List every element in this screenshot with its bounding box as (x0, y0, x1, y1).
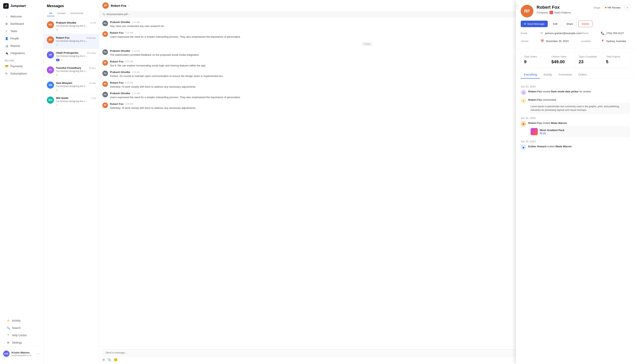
calendar-icon: 📅 (540, 40, 544, 43)
tab-unresolved[interactable]: Unresolved (68, 10, 86, 16)
invite-icon: ◆ (521, 144, 526, 150)
sidebar-item-label: People (10, 37, 19, 40)
message-time: 5:53 AM (132, 50, 140, 52)
message-time: 6:05 AM (125, 82, 133, 84)
sidebar-item-reports[interactable]: 📊 Reports (2, 42, 42, 49)
sender-name: Sam Bhayani (56, 82, 72, 84)
activity-body: Robert Fox commented Lorem ipsum is plac… (528, 98, 630, 114)
list-item[interactable]: PG Prakash Ghodke 12:35 I've finished de… (44, 19, 99, 34)
avatar: RF (102, 31, 108, 37)
list-item[interactable]: SB Sam Bhayani 14 Sep I've finished desi… (44, 79, 99, 94)
move-icon: ◎ (521, 90, 526, 95)
sidebar-item-label: Settings (12, 341, 22, 344)
sidebar-item-tasks[interactable]: ✓ Tasks (2, 28, 42, 35)
stage-badge[interactable]: HR Review (602, 5, 623, 10)
profile-panel: ✕ RF Robert Fox Company: SaaS Patterns S… (516, 0, 635, 364)
phone-icon: 📞 (601, 32, 604, 35)
share-button[interactable]: Share (563, 20, 576, 27)
emoji-add-button[interactable]: ⊕ (102, 358, 105, 362)
list-item[interactable]: TC Towsiful Chowdhury 25 Nov I've finish… (44, 64, 99, 79)
date-divider: Today (361, 42, 373, 46)
message-content: Towsiful Chowdhury 25 Nov I've finished … (56, 66, 96, 76)
sidebar-item-search[interactable]: 🔍 Search (3, 324, 40, 332)
list-item[interactable]: VP Vitalii Prokopenko Thursday I've fini… (44, 49, 99, 64)
list-item[interactable]: WS Will Smith 3 Jul I've finished design… (44, 94, 99, 109)
profile-stage: Stage: HR Review ⤢ (593, 5, 630, 10)
activity-item: ◎ Robert Fox moved Dark mode date picker… (521, 90, 630, 95)
send-message-button[interactable]: ✉ Send Message (521, 20, 548, 27)
activity-date: Jun 20, 2023 (521, 140, 630, 143)
badge-check-icon: ✓ (56, 88, 58, 92)
sidebar-item-label: Activity (12, 319, 21, 322)
product-image (531, 128, 538, 135)
stat-tasks-completed: Tasks Completed 23 (575, 52, 603, 68)
email-value: jackson.graham@example.com (545, 32, 581, 35)
sidebar-item-dashboard[interactable]: ⊞ Dashboard (2, 20, 42, 27)
activity-item: ◆ Robert Fox invited Wade Warren Mesh Gr… (521, 121, 630, 138)
list-item[interactable]: RF Robert Fox Yesterday I've finished de… (44, 34, 99, 49)
sidebar-item-label: Tasks (10, 30, 18, 33)
sidebar-item-help[interactable]: ? Help Centre (3, 332, 40, 339)
attach-button[interactable]: 📎 (107, 358, 111, 362)
sender-name: Prakash Ghodke (110, 92, 130, 95)
more-button[interactable]: ··· (36, 351, 40, 356)
avatar: PG (102, 49, 108, 55)
delete-button[interactable]: Delete (578, 20, 593, 27)
stage-value: HR Review (608, 6, 620, 9)
sidebar-item-welcome[interactable]: ○ Welcome (2, 13, 42, 20)
joined-label: Joined (521, 40, 539, 43)
tab-orders[interactable]: Orders (575, 71, 590, 78)
stat-total-projects: Total Projects 5 (603, 52, 630, 68)
product-info: Mesh Gradient Pack $9.99 (540, 129, 564, 135)
stat-label: Lifetime Value (551, 55, 572, 58)
message-content: Vitalii Prokopenko Thursday I've finishe… (56, 51, 96, 62)
tab-activity[interactable]: Activity (540, 71, 555, 78)
user-menu[interactable]: KW Kristin Watson kw@saaspatterns.io ··· (2, 349, 42, 358)
message-time: 6:05 AM (125, 103, 133, 105)
location-icon: 📍 (601, 40, 604, 43)
sidebar-item-payments[interactable]: 💳 Payments (2, 63, 42, 70)
sidebar-item-people[interactable]: 👤 People (2, 35, 42, 42)
sidebar-item-subscriptions[interactable]: ↻ Subscriptions (2, 70, 42, 77)
activity-text: Robert Fox moved Dark mode date picker f… (528, 90, 590, 94)
location-label: Location (581, 40, 599, 43)
company-logo (549, 11, 553, 14)
sidebar-item-settings[interactable]: ⚙ Settings (3, 339, 40, 346)
comment-icon: ● (521, 98, 526, 104)
tab-all[interactable]: All (47, 10, 54, 16)
messages-title: Messages (47, 4, 96, 8)
puzzle-icon: 🔌 (5, 51, 8, 55)
badge-x-icon: ✕ (56, 28, 58, 31)
message-preview: I've finished designing the new dashboar… (56, 100, 88, 103)
sidebar-item-label: Dashboard (10, 22, 24, 26)
edit-button[interactable]: Edit (550, 20, 561, 27)
stat-value: 9 (524, 59, 545, 64)
sidebar-item-activity[interactable]: ⚡ Activity (3, 317, 40, 324)
avatar: RF (102, 81, 108, 87)
emoji-button[interactable]: 🙂 (114, 358, 118, 362)
tab-unread[interactable]: Unread (54, 10, 68, 16)
email-icon: ✉ (540, 32, 543, 35)
product-card: Mesh Gradient Pack $9.99 (528, 126, 630, 137)
tab-comments[interactable]: Comments (555, 71, 575, 78)
message-time: 5:53 AM (132, 92, 140, 94)
message-time: 6:05 AM (125, 32, 133, 34)
stat-value: 23 (579, 59, 599, 64)
sender-name: Prakash Ghodke (56, 21, 76, 24)
messages-list: PG Prakash Ghodke 12:35 I've finished de… (44, 19, 99, 364)
profile-company: Company: SaaS Patterns (537, 11, 571, 14)
sidebar-item-label: Help Centre (12, 334, 27, 337)
sender-name: Prakash Ghodke (110, 70, 130, 74)
logo-icon: ⚡ (3, 3, 9, 9)
sidebar-item-integrations[interactable]: 🔌 Integrations (2, 50, 42, 57)
badge-check-icon: ✓ (56, 104, 58, 107)
message-time: 12:35 (90, 22, 96, 24)
message-time: Thursday (87, 52, 96, 54)
message-preview: I've finished designing the new dashboar… (56, 40, 88, 42)
file-name: full-presentation.pdf (107, 13, 127, 16)
avatar: SB (47, 82, 54, 88)
expand-button[interactable]: ⤢ (625, 5, 630, 10)
message-time: 14 Sep (89, 82, 96, 84)
tab-everything[interactable]: Everything (521, 71, 540, 78)
avatar: RF (47, 36, 54, 44)
